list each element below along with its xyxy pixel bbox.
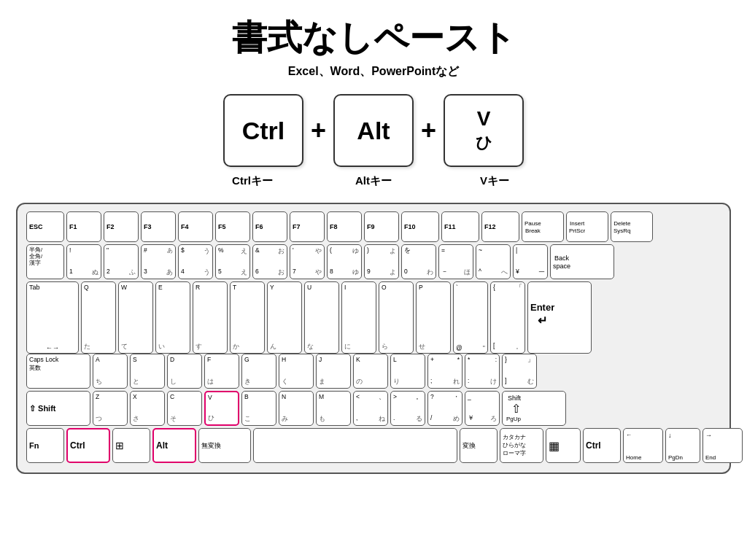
key-comma[interactable]: <、 ,ね (353, 391, 388, 426)
keyboard-row-numbers: 半角/全角/漢字 ! 1ぬ " 2ふ #あ 3あ $う 4う %え 5え &お (26, 244, 721, 279)
key-slash[interactable]: ?・ /め (427, 391, 462, 426)
key-colon[interactable]: *: :け (465, 354, 500, 389)
key-2[interactable]: " 2ふ (104, 244, 139, 279)
key-insert[interactable]: InsertPrtScr (566, 211, 608, 242)
key-yen[interactable]: | ¥ー (513, 244, 548, 279)
key-g[interactable]: G き (241, 354, 276, 389)
key-i[interactable]: I に (341, 281, 376, 354)
key-o[interactable]: O ら (379, 281, 414, 354)
key-z[interactable]: Z つ (93, 391, 128, 426)
key-f8[interactable]: F8 (327, 211, 362, 242)
key-katakana[interactable]: カタカナひらがなローマ字 (500, 428, 543, 463)
key-f1[interactable]: F1 (66, 211, 101, 242)
key-enter[interactable]: Enter ↵ (527, 281, 592, 354)
key-muhenkan[interactable]: 無変換 (198, 428, 251, 463)
key-arrow-right[interactable]: → End (703, 428, 743, 463)
key-y[interactable]: Y ん (267, 281, 302, 354)
ctrl-label: Ctrlキー (212, 174, 293, 188)
key-f3[interactable]: F3 (141, 211, 176, 242)
page-title: 書式なしペースト (232, 15, 516, 61)
key-c[interactable]: C そ (167, 391, 202, 426)
key-shift-left[interactable]: ⇧ Shift (26, 391, 90, 426)
key-0[interactable]: を 0わ (401, 244, 436, 279)
key-ctrl[interactable]: Ctrl (66, 428, 110, 463)
key-f7[interactable]: F7 (290, 211, 325, 242)
key-s[interactable]: S と (130, 354, 165, 389)
key-f12[interactable]: F12 (481, 211, 519, 242)
key-1[interactable]: ! 1ぬ (66, 244, 101, 279)
key-f9[interactable]: F9 (364, 211, 399, 242)
key-7[interactable]: 'や 7や (290, 244, 325, 279)
key-k[interactable]: K の (353, 354, 388, 389)
combo-labels: Ctrlキー Altキー Vキー (212, 174, 535, 188)
key-3[interactable]: #あ 3あ (141, 244, 176, 279)
key-x[interactable]: X さ (130, 391, 165, 426)
key-caret[interactable]: ~ ^へ (476, 244, 511, 279)
key-j[interactable]: J ま (316, 354, 351, 389)
plus-sign-2: + (421, 115, 436, 146)
key-5[interactable]: %え 5え (215, 244, 250, 279)
key-period[interactable]: >。 .る (390, 391, 425, 426)
page-subtitle: Excel、Word、PowerPointなど (288, 64, 459, 79)
key-alt[interactable]: Alt (152, 428, 196, 463)
key-p[interactable]: P せ (416, 281, 451, 354)
key-v[interactable]: V ひ (204, 391, 239, 426)
key-f6[interactable]: F6 (252, 211, 287, 242)
keyboard-row-caps: Caps Lock英数 A ち S と D し F は G き H く J ま (26, 354, 721, 389)
key-muhenkan2[interactable]: ▦ (546, 428, 581, 463)
key-shift-right[interactable]: Shift ⇧ PgUp (502, 391, 566, 426)
alt-key-illustration: Alt (333, 94, 414, 167)
key-t[interactable]: T か (230, 281, 265, 354)
keyboard-row-shift: ⇧ Shift Z つ X さ C そ V ひ B こ N み M も (26, 391, 721, 426)
key-6[interactable]: &お 6お (252, 244, 287, 279)
key-d[interactable]: D し (167, 354, 202, 389)
plus-sign-1: + (311, 115, 326, 146)
key-f[interactable]: F は (204, 354, 239, 389)
key-bracket-l[interactable]: {「 [。 (490, 281, 525, 354)
key-f10[interactable]: F10 (401, 211, 439, 242)
key-q[interactable]: Q た (81, 281, 116, 354)
v-label: Vキー (454, 174, 535, 188)
key-4[interactable]: $う 4う (178, 244, 213, 279)
key-caps-lock[interactable]: Caps Lock英数 (26, 354, 90, 389)
key-w[interactable]: W て (118, 281, 153, 354)
key-henkan[interactable]: 変換 (460, 428, 498, 463)
key-8[interactable]: (ゆ 8ゆ (327, 244, 362, 279)
key-m[interactable]: M も (316, 391, 351, 426)
key-n[interactable]: N み (279, 391, 314, 426)
v-key-illustration: V ひ (444, 94, 524, 167)
key-ctrl-r[interactable]: Ctrl (583, 428, 621, 463)
ctrl-key-illustration: Ctrl (223, 94, 303, 167)
key-a[interactable]: A ち (93, 354, 128, 389)
key-fn[interactable]: Fn (26, 428, 64, 463)
key-at[interactable]: ` @" (453, 281, 488, 354)
key-delete[interactable]: DeleteSysRq (611, 211, 653, 242)
key-hankaku[interactable]: 半角/全角/漢字 (26, 244, 64, 279)
key-r[interactable]: R す (193, 281, 228, 354)
key-bracket-r[interactable]: }」 ]む (502, 354, 537, 389)
key-backspace[interactable]: Backspace (550, 244, 614, 279)
key-space[interactable] (253, 428, 457, 463)
combo-illustration: Ctrl + Alt + V ひ (223, 94, 524, 167)
key-f11[interactable]: F11 (441, 211, 479, 242)
key-9[interactable]: )よ 9よ (364, 244, 399, 279)
key-minus[interactable]: = －ほ (438, 244, 473, 279)
key-f4[interactable]: F4 (178, 211, 213, 242)
key-f5[interactable]: F5 (215, 211, 250, 242)
key-semicolon[interactable]: +* ;れ (427, 354, 462, 389)
key-arrow-left[interactable]: ← Home (623, 428, 663, 463)
key-arrow-down[interactable]: ↓ PgDn (665, 428, 700, 463)
key-h[interactable]: H く (279, 354, 314, 389)
key-tab[interactable]: Tab ←→ (26, 281, 79, 354)
key-l[interactable]: L り (390, 354, 425, 389)
keyboard-row-bottom: Fn Ctrl ⊞ Alt 無変換 変換 カタカナひらがなローマ字 ▦ Ctr (26, 428, 721, 463)
key-win[interactable]: ⊞ (112, 428, 150, 463)
key-u[interactable]: U な (304, 281, 339, 354)
key-b[interactable]: B こ (241, 391, 276, 426)
key-esc[interactable]: ESC (26, 211, 64, 242)
key-backslash[interactable]: _ ￥ろ (465, 391, 500, 426)
key-e[interactable]: E い (155, 281, 190, 354)
keyboard-row-tab: Tab ←→ Q た W て E い R す T か Y ん U な (26, 281, 721, 354)
key-f2[interactable]: F2 (104, 211, 139, 242)
key-pause[interactable]: PauseBreak (522, 211, 564, 242)
